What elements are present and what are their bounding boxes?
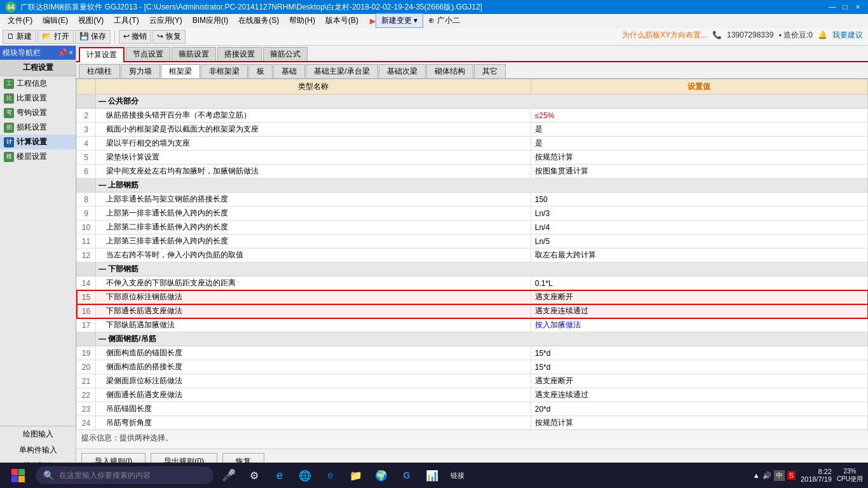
row-value[interactable]: 0.1*L: [531, 276, 867, 290]
row-value[interactable]: 15*d: [531, 346, 867, 360]
tab-foundation[interactable]: 基础: [273, 64, 305, 78]
table-row[interactable]: 20 侧面构造筋的搭接长度 15*d: [77, 360, 868, 374]
table-row[interactable]: 8 上部非通长筋与架立钢筋的搭接长度 150: [77, 193, 868, 207]
tab-foundation-main-beam[interactable]: 基础主梁/承台梁: [306, 64, 377, 78]
row-value[interactable]: Ln/3: [531, 207, 867, 220]
table-row[interactable]: 17 下部纵筋遇加腋做法 按入加腋做法: [77, 318, 868, 332]
menu-tools[interactable]: 工具(T): [109, 14, 144, 27]
table-row[interactable]: 16 下部通长筋遇支座做法 遇支座连续通过: [77, 304, 868, 318]
sidebar-pin-icon[interactable]: 📌: [58, 48, 67, 57]
sidebar-component-input[interactable]: 单构件输入: [0, 442, 76, 458]
sidebar-item-calc[interactable]: 计 计算设置: [0, 135, 76, 149]
row-value[interactable]: Ln/4: [531, 220, 867, 234]
sidebar-draw-input[interactable]: 绘图输入: [0, 426, 76, 442]
restore-button[interactable]: □: [840, 2, 850, 12]
hint-text[interactable]: 为什么筋板XY方向布置...: [622, 30, 707, 41]
menu-online[interactable]: 在线服务(S): [233, 14, 284, 27]
row-value[interactable]: 遇支座断开: [531, 290, 867, 304]
row-value[interactable]: 是: [531, 123, 867, 137]
row-value[interactable]: 20*d: [531, 402, 867, 416]
user-button[interactable]: ⊕ 广小二: [423, 14, 465, 27]
title-bar-controls[interactable]: — □ ×: [827, 2, 863, 12]
minimize-button[interactable]: —: [827, 2, 837, 12]
tab-stirrup-settings[interactable]: 箍筋设置: [172, 47, 216, 61]
row-value[interactable]: Ln/5: [531, 234, 867, 248]
menu-edit[interactable]: 编辑(E): [37, 14, 73, 27]
tab-slab[interactable]: 板: [248, 64, 273, 78]
taskbar-edge2-icon[interactable]: e: [320, 465, 341, 485]
row-value[interactable]: ≤25%: [531, 109, 867, 123]
tab-other[interactable]: 其它: [474, 64, 506, 78]
row-value[interactable]: 遇支座连续通过: [531, 388, 867, 402]
close-button[interactable]: ×: [853, 2, 863, 12]
tab-stirrup-formula[interactable]: 箍筋公式: [263, 47, 308, 61]
taskbar-link-icon[interactable]: 链接: [447, 465, 468, 485]
tab-foundation-secondary-beam[interactable]: 基础次梁: [379, 64, 426, 78]
taskbar-folder-icon[interactable]: 📁: [346, 465, 366, 485]
row-value[interactable]: 取左右最大跨计算: [531, 248, 867, 262]
menu-version[interactable]: 版本号(B): [320, 14, 363, 27]
taskbar-edge-icon[interactable]: 🌐: [295, 465, 315, 485]
redo-button[interactable]: ↪ 恢复: [153, 30, 185, 44]
tab-node-settings[interactable]: 节点设置: [126, 47, 170, 61]
row-value[interactable]: 按入加腋做法: [531, 318, 867, 332]
row-value[interactable]: 按规范计算: [531, 416, 867, 430]
taskbar-google-icon[interactable]: G: [397, 465, 417, 485]
table-row[interactable]: 9 上部第一排非通长筋伸入跨内的长度 Ln/3: [77, 207, 868, 220]
row-value[interactable]: 按规范计算: [531, 151, 867, 165]
taskbar-mic-icon[interactable]: 🎤: [219, 465, 239, 485]
table-row[interactable]: 2 纵筋搭接接头错开百分率（不考虑架立筋） ≤25%: [77, 109, 868, 123]
sidebar-item-hook[interactable]: 弯 弯钩设置: [0, 105, 76, 120]
tab-shear-wall[interactable]: 剪力墙: [121, 64, 160, 78]
row-value[interactable]: 遇支座断开: [531, 374, 867, 388]
tab-column-wall[interactable]: 柱/墙柱: [79, 64, 120, 78]
table-row[interactable]: 15 下部原位标注钢筋做法 遇支座断开: [77, 290, 868, 304]
table-row[interactable]: 22 侧面通长筋遇支座做法 遇支座连续通过: [77, 388, 868, 402]
save-button[interactable]: 💾 保存: [75, 30, 111, 44]
tab-masonry[interactable]: 砌体结构: [426, 64, 473, 78]
row-value[interactable]: 按图集贯通计算: [531, 165, 867, 179]
tab-calc-settings[interactable]: 计算设置: [79, 47, 125, 62]
table-row[interactable]: 3 截面小的框架梁是否以截面大的框架梁为支座 是: [77, 123, 868, 137]
taskbar-chart-icon[interactable]: 📊: [422, 465, 442, 485]
table-row[interactable]: 12 当左右跨不等时，伸入小跨内负筋的取值 取左右最大跨计算: [77, 248, 868, 262]
sidebar-item-project-info[interactable]: 工 工程信息: [0, 76, 76, 91]
table-row[interactable]: 14 不伸入支座的下部纵筋距支座边的距离 0.1*L: [77, 276, 868, 290]
taskbar-search-bar[interactable]: 🔍 在这里输入你要搜索的内容: [36, 466, 214, 484]
table-row[interactable]: 6 梁中间支座处左右均有加腋时，加腋钢筋做法 按图集贯通计算: [77, 165, 868, 179]
register-link[interactable]: 我要建议: [832, 30, 863, 41]
tab-frame-beam[interactable]: 框架梁: [161, 64, 200, 78]
table-row[interactable]: — 公共部分: [77, 95, 868, 109]
menu-file[interactable]: 文件(F): [3, 14, 37, 27]
tab-non-frame-beam[interactable]: 非框架梁: [201, 64, 248, 78]
table-row[interactable]: 23 吊筋锚固长度 20*d: [77, 402, 868, 416]
taskbar-ie-icon[interactable]: e: [269, 465, 290, 485]
table-row[interactable]: — 侧面钢筋/吊筋: [77, 332, 868, 346]
menu-view[interactable]: 视图(V): [73, 14, 109, 27]
table-row[interactable]: — 下部钢筋: [77, 262, 868, 276]
tab-lap-settings[interactable]: 搭接设置: [217, 47, 262, 61]
undo-button[interactable]: ↩ 撤销: [119, 30, 151, 44]
table-row[interactable]: 24 吊筋弯折角度 按规范计算: [77, 416, 868, 430]
menu-bim[interactable]: BIM应用(I): [187, 14, 234, 27]
row-value[interactable]: 15*d: [531, 360, 867, 374]
table-row[interactable]: 19 侧面构造筋的锚固长度 15*d: [77, 346, 868, 360]
table-row[interactable]: 10 上部第二排非通长筋伸入跨内的长度 Ln/4: [77, 220, 868, 234]
start-button[interactable]: [5, 464, 31, 487]
sidebar-item-loss[interactable]: 损 损耗设置: [0, 120, 76, 135]
row-value[interactable]: 150: [531, 193, 867, 207]
table-row[interactable]: 11 上部第三排非通长筋伸入跨内的长度 Ln/5: [77, 234, 868, 248]
row-value[interactable]: 遇支座连续通过: [531, 304, 867, 318]
new-change-button[interactable]: 新建变更 ▾: [376, 13, 423, 28]
open-button[interactable]: 📂 打开: [37, 30, 73, 44]
sidebar-close-icon[interactable]: ×: [69, 48, 73, 57]
taskbar-globe-icon[interactable]: 🌍: [371, 465, 391, 485]
sidebar-item-weight[interactable]: 比 比重设置: [0, 91, 76, 105]
table-row[interactable]: 5 梁垫块计算设置 按规范计算: [77, 151, 868, 165]
taskbar-widget1-icon[interactable]: ⚙: [244, 465, 264, 485]
menu-help[interactable]: 帮助(H): [284, 14, 320, 27]
row-value[interactable]: 是: [531, 137, 867, 151]
new-button[interactable]: 🗋 新建: [3, 30, 36, 44]
sidebar-item-floor[interactable]: 楼 楼层设置: [0, 149, 76, 164]
menu-cloud[interactable]: 云应用(Y): [144, 14, 187, 27]
